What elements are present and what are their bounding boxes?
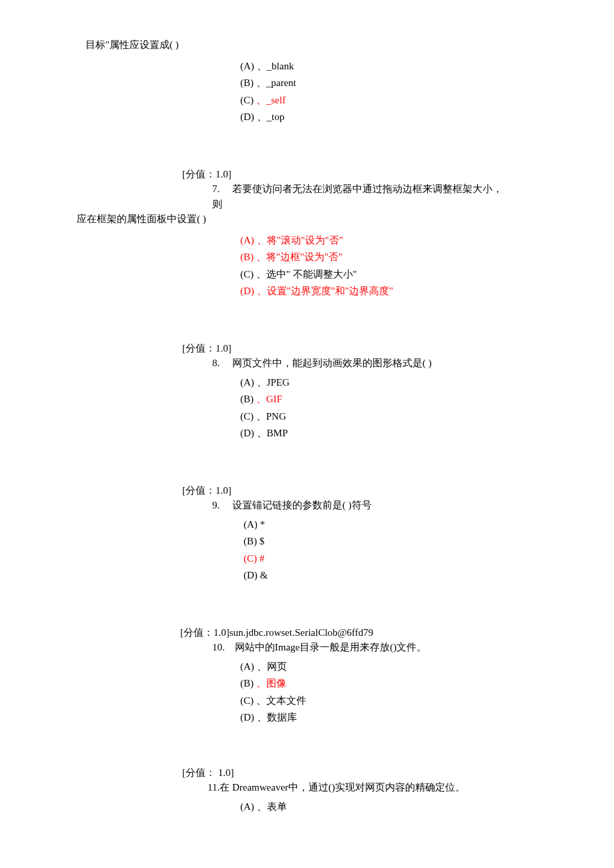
q10-option-c: (C) 、文本文件 [240, 693, 614, 709]
score-label-8: [分值：1.0] [182, 341, 614, 356]
q8-option-a: (A) 、JPEG [240, 375, 614, 390]
q6-options: (A) 、_blank (B) 、_parent (C) 、_self (D) … [240, 59, 614, 125]
q7-option-d: (D) 、设置"边界宽度"和"边界高度" [240, 284, 614, 299]
q7-option-c: (C) 、选中" 不能调整大小" [240, 267, 614, 282]
q6-stem: 目标"属性应设置成( ) [85, 37, 614, 53]
q8-stem: 8. 网页文件中，能起到动画效果的图形格式是( ) [212, 356, 614, 371]
q6-option-a: (A) 、_blank [240, 59, 614, 74]
q7-stem2: 应在框架的属性面板中设置( ) [77, 211, 614, 227]
q7-option-b: (B) 、将"边框"设为"否" [240, 250, 614, 265]
q10-option-b: (B) 、图像 [240, 676, 614, 691]
q7-option-a: (A) 、将"滚动"设为"否" [240, 233, 614, 248]
score-label-9: [分值：1.0] [182, 483, 614, 498]
q9-option-a: (A) * [244, 517, 614, 532]
q9-option-c: (C) # [244, 551, 614, 566]
q8-option-b: (B) 、GIF [240, 392, 614, 407]
q11-option-a: (A) 、表单 [240, 799, 614, 815]
score-label-10: [分值：1.0]sun.jdbc.rowset.SerialClob@6ffd7… [180, 625, 614, 640]
q9-option-b: (B) $ [244, 534, 614, 549]
q11-options: (A) 、表单 [240, 799, 614, 815]
q7-options: (A) 、将"滚动"设为"否" (B) 、将"边框"设为"否" (C) 、选中"… [240, 233, 614, 299]
q10-stem: 10. 网站中的Image目录一般是用来存放()文件。 [212, 640, 614, 655]
q9-options: (A) * (B) $ (C) # (D) & [244, 517, 614, 583]
q8-option-d: (D) 、BMP [240, 426, 614, 441]
score-label-11: [分值： 1.0] [182, 765, 614, 781]
q6-option-d: (D) 、_top [240, 109, 614, 125]
q11-stem: 11.在 Dreamweaver中，通过()实现对网页内容的精确定位。 [208, 780, 614, 795]
q9-stem: 9. 设置锚记链接的参数前是( )符号 [212, 498, 614, 513]
q10-option-a: (A) 、网页 [240, 659, 614, 675]
q8-options: (A) 、JPEG (B) 、GIF (C) 、PNG (D) 、BMP [240, 375, 614, 441]
q9-option-d: (D) & [244, 568, 614, 583]
score-label-7: [分值：1.0] [182, 167, 614, 182]
q10-options: (A) 、网页 (B) 、图像 (C) 、文本文件 (D) 、数据库 [240, 659, 614, 725]
q10-option-d: (D) 、数据库 [240, 710, 614, 725]
q8-option-c: (C) 、PNG [240, 409, 614, 424]
q7-line2: 则 [212, 197, 614, 212]
q6-option-b: (B) 、_parent [240, 75, 614, 91]
q7-line1: 7. 若要使访问者无法在浏览器中通过拖动边框来调整框架大小， [212, 181, 614, 197]
q6-option-c: (C) 、_self [240, 93, 614, 108]
